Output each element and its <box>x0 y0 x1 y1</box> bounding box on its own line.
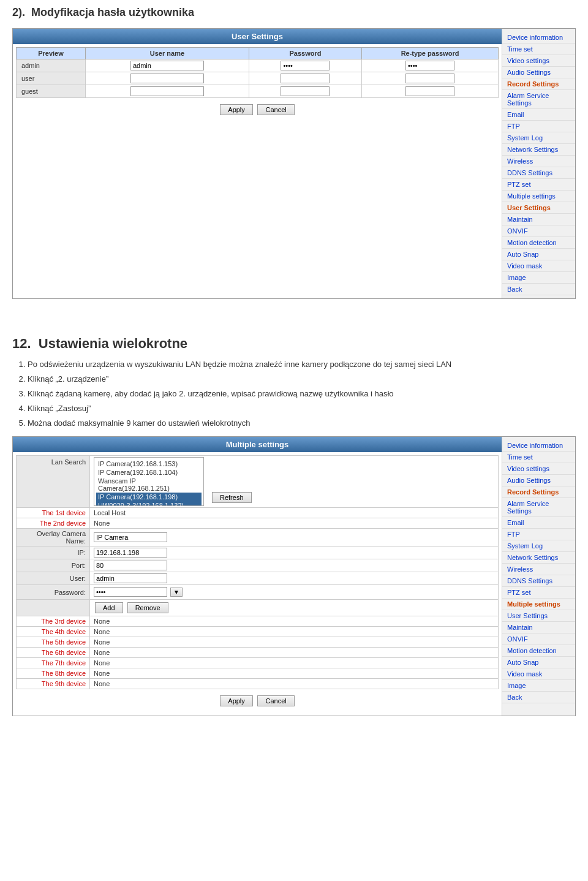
sidebar-item-back[interactable]: Back <box>502 692 575 703</box>
table-row: guest <box>17 85 499 98</box>
sidebar-item-device-information[interactable]: Device information <box>502 32 575 43</box>
sidebar-item-multiple-settings[interactable]: Multiple settings <box>502 599 575 610</box>
lan-item[interactable]: IP Camera(192.168.1.153) <box>96 459 202 468</box>
device8-label: The 8th device <box>17 668 90 679</box>
device2-row: The 2nd device None <box>17 518 499 529</box>
sidebar-item-ptz-set[interactable]: PTZ set <box>502 179 575 191</box>
sidebar-item-onvif[interactable]: ONVIF <box>502 225 575 237</box>
user-field-label: User: <box>17 572 90 585</box>
sidebar-item-system-log[interactable]: System Log <box>502 132 575 144</box>
user-username-guest <box>85 85 249 98</box>
lan-item[interactable]: Wanscam IP Camera(192.168.1.251) <box>96 477 202 493</box>
password-input-guest[interactable] <box>281 86 330 96</box>
device6-row: The 6th device None <box>17 648 499 658</box>
lan-search-list[interactable]: IP Camera(192.168.1.153)IP Camera(192.16… <box>94 457 204 506</box>
overlay-value <box>90 529 499 546</box>
sidebar-2: Device informationTime setVideo settings… <box>502 437 575 716</box>
username-input-guest[interactable] <box>130 86 204 96</box>
sidebar-item-motion-detection[interactable]: Motion detection <box>502 237 575 249</box>
sidebar-item-wireless[interactable]: Wireless <box>502 564 575 575</box>
sidebar-item-maintain[interactable]: Maintain <box>502 622 575 633</box>
lan-item[interactable]: HW0029-3-3(192.168.1.132) <box>96 501 202 506</box>
step-item: Można dodać maksymalnie 9 kamer do ustaw… <box>28 417 576 430</box>
sidebar-item-multiple-settings[interactable]: Multiple settings <box>502 191 575 202</box>
sidebar-item-video-mask[interactable]: Video mask <box>502 668 575 680</box>
device4-label: The 4th device <box>17 627 90 637</box>
device9-value: None <box>90 679 499 689</box>
cancel-button-2[interactable]: Cancel <box>257 695 294 706</box>
sidebar-item-ftp[interactable]: FTP <box>502 529 575 540</box>
sidebar-item-video-settings[interactable]: Video settings <box>502 463 575 475</box>
user-settings-panel: User Settings Preview User name Password… <box>12 28 576 299</box>
device1-value: Local Host <box>90 508 499 518</box>
port-input[interactable] <box>94 561 167 570</box>
sidebar-item-motion-detection[interactable]: Motion detection <box>502 645 575 657</box>
sidebar-item-time-set[interactable]: Time set <box>502 452 575 463</box>
show-password-button[interactable]: ▼ <box>170 588 183 597</box>
overlay-input[interactable] <box>94 532 167 542</box>
user-retype-guest <box>362 85 499 98</box>
sidebar-item-device-information[interactable]: Device information <box>502 440 575 452</box>
sidebar-item-audio-settings[interactable]: Audio Settings <box>502 67 575 78</box>
sidebar-item-alarm-service-settings[interactable]: Alarm Service Settings <box>502 90 575 109</box>
sidebar-item-auto-snap[interactable]: Auto Snap <box>502 249 575 260</box>
step-item: Kliknąć żądaną kamerę, aby dodać ją jako… <box>28 387 576 401</box>
sidebar-item-record-settings[interactable]: Record Settings <box>502 78 575 90</box>
username-input-admin[interactable] <box>130 61 204 70</box>
sidebar-item-wireless[interactable]: Wireless <box>502 156 575 167</box>
sidebar-item-email[interactable]: Email <box>502 109 575 121</box>
sidebar-item-ddns-settings[interactable]: DDNS Settings <box>502 167 575 179</box>
sidebar-item-ptz-set[interactable]: PTZ set <box>502 587 575 599</box>
sidebar-item-network-settings[interactable]: Network Settings <box>502 144 575 156</box>
remove-button[interactable]: Remove <box>127 602 168 613</box>
refresh-button[interactable]: Refresh <box>212 492 252 503</box>
sidebar-item-user-settings[interactable]: User Settings <box>502 202 575 214</box>
sidebar-item-auto-snap[interactable]: Auto Snap <box>502 657 575 668</box>
user-input[interactable] <box>94 573 167 583</box>
lan-item[interactable]: IP Camera(192.168.1.104) <box>96 468 202 477</box>
user-label-user: user <box>17 72 86 85</box>
password-input-admin[interactable] <box>281 61 330 70</box>
password-input-multi[interactable] <box>94 587 167 597</box>
retype-input-guest[interactable] <box>405 86 454 96</box>
device3-value: None <box>90 616 499 627</box>
device7-row: The 7th device None <box>17 658 499 668</box>
password-input-user[interactable] <box>281 74 330 83</box>
sidebar-item-image[interactable]: Image <box>502 680 575 692</box>
apply-button-1[interactable]: Apply <box>220 104 253 115</box>
apply-button-2[interactable]: Apply <box>220 695 253 706</box>
sidebar-item-network-settings[interactable]: Network Settings <box>502 552 575 564</box>
col-username: User name <box>85 48 249 59</box>
sidebar-item-time-set[interactable]: Time set <box>502 43 575 55</box>
step-item: Po odświeżeniu urządzenia w wyszukiwaniu… <box>28 358 576 371</box>
sidebar-item-ftp[interactable]: FTP <box>502 121 575 132</box>
retype-input-admin[interactable] <box>405 61 454 70</box>
sidebar-item-record-settings[interactable]: Record Settings <box>502 486 575 498</box>
sidebar-item-video-mask[interactable]: Video mask <box>502 260 575 272</box>
device6-value: None <box>90 648 499 658</box>
step-item: Kliknąć „2. urządzenie” <box>28 372 576 386</box>
sidebar-item-user-settings[interactable]: User Settings <box>502 610 575 622</box>
sidebar-item-video-settings[interactable]: Video settings <box>502 55 575 67</box>
ip-input[interactable] <box>94 548 167 558</box>
cancel-button-1[interactable]: Cancel <box>257 104 294 115</box>
device1-row: The 1st device Local Host <box>17 508 499 518</box>
step-item: Kliknąć „Zastosuj” <box>28 402 576 415</box>
sidebar-item-back[interactable]: Back <box>502 284 575 295</box>
sidebar-item-system-log[interactable]: System Log <box>502 540 575 552</box>
sidebar-item-image[interactable]: Image <box>502 272 575 284</box>
username-input-user[interactable] <box>130 74 204 83</box>
add-button[interactable]: Add <box>95 602 123 613</box>
sidebar-item-maintain[interactable]: Maintain <box>502 214 575 225</box>
user-field-value <box>90 572 499 585</box>
sidebar-item-audio-settings[interactable]: Audio Settings <box>502 475 575 486</box>
lan-item[interactable]: IP Camera(192.168.1.198) <box>96 493 202 501</box>
overlay-row: Overlay Camera Name: <box>17 529 499 546</box>
sidebar-item-email[interactable]: Email <box>502 517 575 529</box>
retype-input-user[interactable] <box>405 74 454 83</box>
user-label-guest: guest <box>17 85 86 98</box>
sidebar-item-onvif[interactable]: ONVIF <box>502 633 575 645</box>
sidebar-item-ddns-settings[interactable]: DDNS Settings <box>502 575 575 587</box>
sidebar-item-alarm-service-settings[interactable]: Alarm Service Settings <box>502 498 575 517</box>
lan-search-row: Lan Search IP Camera(192.168.1.153)IP Ca… <box>17 456 499 508</box>
